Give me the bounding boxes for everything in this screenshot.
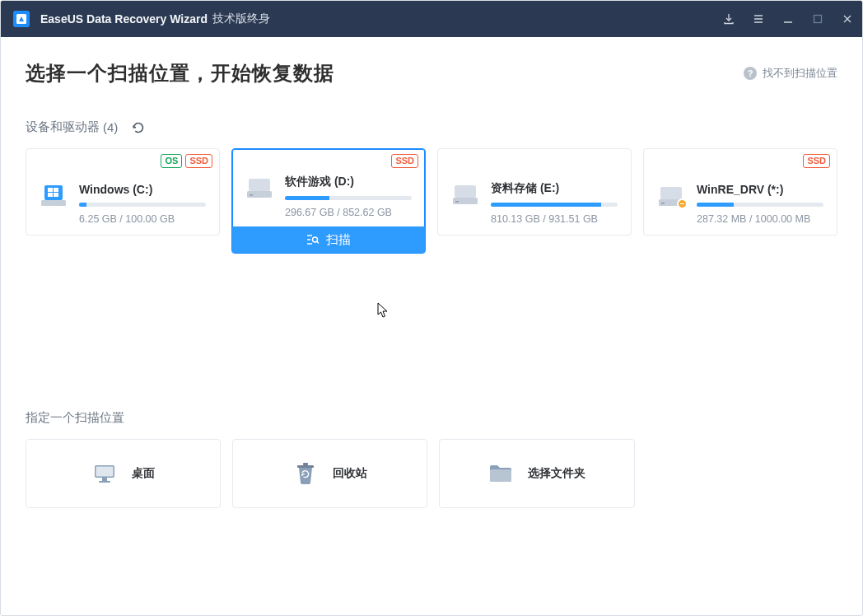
- drive-name: 资料存储 (E:): [491, 181, 618, 196]
- help-text: 找不到扫描位置: [763, 66, 837, 81]
- locations-section-head: 指定一个扫描位置: [26, 410, 837, 426]
- drive-usage-bar: [79, 203, 206, 207]
- scan-button[interactable]: 扫描: [232, 226, 425, 253]
- drive-usage-bar: [491, 203, 618, 207]
- drive-icon: [40, 183, 68, 208]
- svg-rect-23: [455, 201, 459, 203]
- help-link[interactable]: ? 找不到扫描位置: [743, 66, 837, 81]
- drive-tag: SSD: [391, 154, 418, 168]
- header-row: 选择一个扫描位置，开始恢复数据 ? 找不到扫描位置: [26, 60, 837, 86]
- content-area: 选择一个扫描位置，开始恢复数据 ? 找不到扫描位置 设备和驱动器 (4) OSS…: [1, 37, 862, 615]
- location-label: 选择文件夹: [528, 466, 585, 481]
- close-button[interactable]: [833, 1, 862, 37]
- drive-name: WinRE_DRV (*:): [697, 183, 823, 196]
- scan-label: 扫描: [326, 232, 351, 248]
- svg-rect-21: [455, 185, 476, 198]
- help-icon: ?: [743, 66, 758, 81]
- svg-rect-33: [490, 469, 511, 482]
- recycle-bin-icon: [293, 462, 318, 485]
- svg-rect-28: [96, 467, 113, 477]
- minimize-button[interactable]: [773, 1, 803, 37]
- download-icon[interactable]: [714, 1, 744, 37]
- drive-tag: SSD: [803, 154, 830, 168]
- devices-count: (4): [103, 120, 118, 134]
- drives-grid: OSSSDWindows (C:)6.25 GB / 100.00 GBSSD软…: [26, 148, 837, 254]
- svg-rect-32: [303, 463, 308, 465]
- drive-tags: SSD: [803, 154, 830, 168]
- location-desktop[interactable]: 桌面: [26, 439, 221, 508]
- scan-icon: [306, 233, 320, 246]
- drive-name: Windows (C:): [79, 183, 206, 196]
- drive-tags: OSSSD: [161, 154, 212, 168]
- devices-label: 设备和驱动器: [26, 119, 100, 135]
- location-label: 回收站: [333, 466, 367, 481]
- app-title: EaseUS Data Recovery Wizard: [40, 12, 208, 26]
- drive-card[interactable]: OSSSDWindows (C:)6.25 GB / 100.00 GB: [26, 148, 220, 236]
- desktop-icon: [92, 462, 117, 485]
- drive-size: 810.13 GB / 931.51 GB: [491, 213, 618, 225]
- app-edition: 技术版终身: [212, 12, 270, 26]
- drive-card[interactable]: SSDWinRE_DRV (*:)287.32 MB / 1000.00 MB: [643, 148, 837, 236]
- cursor-icon: [377, 302, 390, 322]
- drive-tag: SSD: [185, 154, 212, 168]
- svg-line-20: [317, 242, 319, 244]
- choose-folder-icon: [488, 462, 513, 485]
- drive-usage-bar: [285, 196, 412, 200]
- drive-name: 软件游戏 (D:): [285, 175, 412, 189]
- devices-section-head: 设备和驱动器 (4): [26, 119, 837, 135]
- svg-rect-15: [250, 194, 253, 196]
- drive-card[interactable]: SSD软件游戏 (D:)296.67 GB / 852.62 GB扫描: [231, 148, 426, 254]
- svg-rect-30: [99, 481, 110, 483]
- drive-size: 6.25 GB / 100.00 GB: [79, 213, 206, 225]
- refresh-button[interactable]: [131, 120, 146, 135]
- titlebar: EaseUS Data Recovery Wizard 技术版终身: [1, 1, 862, 37]
- location-label: 桌面: [132, 466, 155, 481]
- svg-text:?: ?: [748, 68, 753, 78]
- menu-icon[interactable]: [744, 1, 773, 37]
- drive-tags: SSD: [391, 154, 418, 168]
- drive-tag: OS: [161, 154, 182, 168]
- drive-size: 287.32 MB / 1000.00 MB: [697, 213, 823, 225]
- page-title: 选择一个扫描位置，开始恢复数据: [26, 60, 334, 86]
- svg-rect-29: [102, 478, 107, 481]
- app-window: EaseUS Data Recovery Wizard 技术版终身 选择一个扫描…: [0, 0, 863, 616]
- svg-rect-13: [249, 179, 270, 191]
- drive-icon: [245, 175, 273, 199]
- svg-rect-31: [297, 465, 314, 468]
- location-recycle-bin[interactable]: 回收站: [232, 439, 427, 508]
- maximize-button[interactable]: [803, 1, 833, 37]
- drive-card[interactable]: 资料存储 (E:)810.13 GB / 931.51 GB: [437, 148, 632, 236]
- app-logo-icon: [12, 10, 30, 28]
- svg-rect-12: [41, 200, 66, 206]
- drive-size: 296.67 GB / 852.62 GB: [285, 207, 412, 218]
- drive-icon: [657, 183, 685, 208]
- svg-point-19: [313, 237, 318, 242]
- svg-rect-6: [814, 16, 822, 23]
- locations-grid: 桌面回收站选择文件夹: [26, 439, 635, 508]
- drive-icon: [451, 181, 479, 206]
- svg-rect-24: [660, 187, 682, 199]
- drive-usage-bar: [697, 203, 823, 207]
- svg-rect-26: [661, 203, 665, 204]
- location-choose-folder[interactable]: 选择文件夹: [439, 439, 634, 508]
